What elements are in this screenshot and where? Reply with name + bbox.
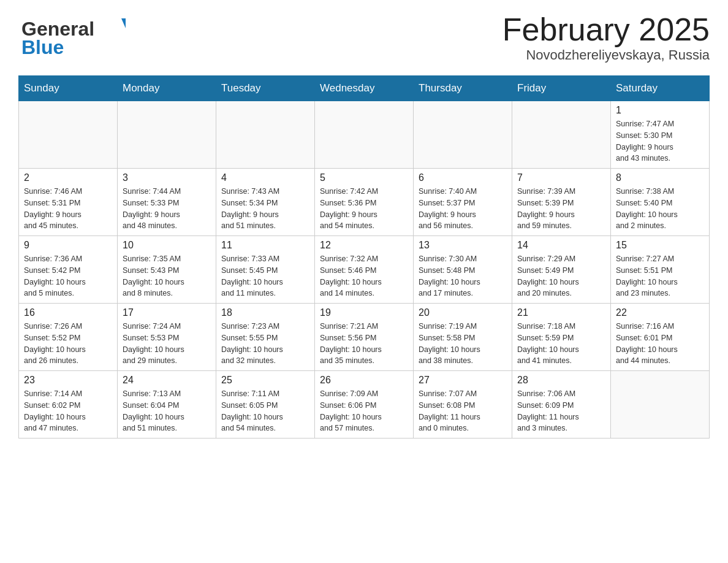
calendar-day-cell — [512, 101, 611, 169]
calendar-day-cell — [315, 101, 414, 169]
day-of-week-header: Thursday — [414, 76, 512, 101]
month-title: February 2025 — [502, 12, 710, 47]
day-number: 18 — [221, 307, 309, 318]
day-of-week-header: Sunday — [19, 76, 118, 101]
calendar-week-row: 23Sunrise: 7:14 AMSunset: 6:02 PMDayligh… — [19, 371, 710, 439]
calendar-day-cell — [19, 101, 118, 169]
day-number: 24 — [123, 375, 211, 386]
calendar-day-cell: 28Sunrise: 7:06 AMSunset: 6:09 PMDayligh… — [512, 371, 611, 439]
calendar-header-row: SundayMondayTuesdayWednesdayThursdayFrid… — [19, 76, 710, 101]
day-info: Sunrise: 7:36 AMSunset: 5:42 PMDaylight:… — [24, 253, 112, 299]
day-info: Sunrise: 7:23 AMSunset: 5:55 PMDaylight:… — [221, 321, 309, 367]
calendar-day-cell — [414, 101, 512, 169]
day-number: 11 — [221, 240, 309, 251]
day-of-week-header: Tuesday — [216, 76, 315, 101]
day-info: Sunrise: 7:11 AMSunset: 6:05 PMDaylight:… — [221, 388, 309, 434]
day-info: Sunrise: 7:18 AMSunset: 5:59 PMDaylight:… — [517, 321, 605, 367]
day-number: 1 — [616, 105, 704, 116]
day-number: 10 — [123, 240, 211, 251]
calendar-day-cell: 23Sunrise: 7:14 AMSunset: 6:02 PMDayligh… — [19, 371, 118, 439]
calendar-day-cell — [611, 371, 710, 439]
day-info: Sunrise: 7:09 AMSunset: 6:06 PMDaylight:… — [320, 388, 408, 434]
day-number: 20 — [419, 307, 507, 318]
calendar-day-cell: 3Sunrise: 7:44 AMSunset: 5:33 PMDaylight… — [118, 169, 216, 236]
svg-marker-1 — [121, 18, 126, 28]
day-number: 9 — [24, 240, 112, 251]
day-info: Sunrise: 7:13 AMSunset: 6:04 PMDaylight:… — [123, 388, 211, 434]
day-info: Sunrise: 7:26 AMSunset: 5:52 PMDaylight:… — [24, 321, 112, 367]
day-number: 17 — [123, 307, 211, 318]
day-of-week-header: Monday — [118, 76, 216, 101]
calendar-day-cell: 12Sunrise: 7:32 AMSunset: 5:46 PMDayligh… — [315, 236, 414, 304]
day-info: Sunrise: 7:16 AMSunset: 6:01 PMDaylight:… — [616, 321, 704, 367]
day-info: Sunrise: 7:06 AMSunset: 6:09 PMDaylight:… — [517, 388, 605, 434]
day-number: 6 — [419, 172, 507, 183]
calendar-day-cell: 13Sunrise: 7:30 AMSunset: 5:48 PMDayligh… — [414, 236, 512, 304]
calendar-day-cell: 6Sunrise: 7:40 AMSunset: 5:37 PMDaylight… — [414, 169, 512, 236]
day-info: Sunrise: 7:27 AMSunset: 5:51 PMDaylight:… — [616, 253, 704, 299]
calendar-week-row: 1Sunrise: 7:47 AMSunset: 5:30 PMDaylight… — [19, 101, 710, 169]
calendar-day-cell: 1Sunrise: 7:47 AMSunset: 5:30 PMDaylight… — [611, 101, 710, 169]
calendar-day-cell: 11Sunrise: 7:33 AMSunset: 5:45 PMDayligh… — [216, 236, 315, 304]
day-info: Sunrise: 7:29 AMSunset: 5:49 PMDaylight:… — [517, 253, 605, 299]
day-info: Sunrise: 7:07 AMSunset: 6:08 PMDaylight:… — [419, 388, 507, 434]
day-info: Sunrise: 7:43 AMSunset: 5:34 PMDaylight:… — [221, 186, 309, 232]
day-number: 15 — [616, 240, 704, 251]
calendar-day-cell: 21Sunrise: 7:18 AMSunset: 5:59 PMDayligh… — [512, 304, 611, 371]
day-number: 7 — [517, 172, 605, 183]
day-info: Sunrise: 7:32 AMSunset: 5:46 PMDaylight:… — [320, 253, 408, 299]
day-number: 4 — [221, 172, 309, 183]
calendar-day-cell: 15Sunrise: 7:27 AMSunset: 5:51 PMDayligh… — [611, 236, 710, 304]
day-info: Sunrise: 7:30 AMSunset: 5:48 PMDaylight:… — [419, 253, 507, 299]
calendar-day-cell: 14Sunrise: 7:29 AMSunset: 5:49 PMDayligh… — [512, 236, 611, 304]
day-info: Sunrise: 7:47 AMSunset: 5:30 PMDaylight:… — [616, 118, 704, 164]
day-of-week-header: Friday — [512, 76, 611, 101]
day-of-week-header: Wednesday — [315, 76, 414, 101]
calendar-day-cell: 16Sunrise: 7:26 AMSunset: 5:52 PMDayligh… — [19, 304, 118, 371]
day-number: 27 — [419, 375, 507, 386]
calendar-day-cell: 5Sunrise: 7:42 AMSunset: 5:36 PMDaylight… — [315, 169, 414, 236]
day-info: Sunrise: 7:46 AMSunset: 5:31 PMDaylight:… — [24, 186, 112, 232]
logo: General Blue — [18, 12, 126, 58]
day-number: 3 — [123, 172, 211, 183]
calendar-week-row: 2Sunrise: 7:46 AMSunset: 5:31 PMDaylight… — [19, 169, 710, 236]
calendar-day-cell: 7Sunrise: 7:39 AMSunset: 5:39 PMDaylight… — [512, 169, 611, 236]
day-info: Sunrise: 7:21 AMSunset: 5:56 PMDaylight:… — [320, 321, 408, 367]
calendar-day-cell — [216, 101, 315, 169]
calendar-day-cell: 25Sunrise: 7:11 AMSunset: 6:05 PMDayligh… — [216, 371, 315, 439]
day-info: Sunrise: 7:19 AMSunset: 5:58 PMDaylight:… — [419, 321, 507, 367]
calendar-day-cell: 22Sunrise: 7:16 AMSunset: 6:01 PMDayligh… — [611, 304, 710, 371]
calendar-day-cell: 19Sunrise: 7:21 AMSunset: 5:56 PMDayligh… — [315, 304, 414, 371]
day-number: 14 — [517, 240, 605, 251]
day-number: 16 — [24, 307, 112, 318]
day-number: 25 — [221, 375, 309, 386]
calendar-week-row: 9Sunrise: 7:36 AMSunset: 5:42 PMDaylight… — [19, 236, 710, 304]
day-number: 26 — [320, 375, 408, 386]
day-number: 12 — [320, 240, 408, 251]
calendar-day-cell: 27Sunrise: 7:07 AMSunset: 6:08 PMDayligh… — [414, 371, 512, 439]
day-info: Sunrise: 7:42 AMSunset: 5:36 PMDaylight:… — [320, 186, 408, 232]
calendar-day-cell: 18Sunrise: 7:23 AMSunset: 5:55 PMDayligh… — [216, 304, 315, 371]
day-of-week-header: Saturday — [611, 76, 710, 101]
day-number: 23 — [24, 375, 112, 386]
page-header: General Blue February 2025 Novodzhereliy… — [18, 12, 710, 63]
day-info: Sunrise: 7:39 AMSunset: 5:39 PMDaylight:… — [517, 186, 605, 232]
day-number: 8 — [616, 172, 704, 183]
calendar-day-cell: 8Sunrise: 7:38 AMSunset: 5:40 PMDaylight… — [611, 169, 710, 236]
day-info: Sunrise: 7:40 AMSunset: 5:37 PMDaylight:… — [419, 186, 507, 232]
day-number: 22 — [616, 307, 704, 318]
calendar-day-cell: 20Sunrise: 7:19 AMSunset: 5:58 PMDayligh… — [414, 304, 512, 371]
day-info: Sunrise: 7:35 AMSunset: 5:43 PMDaylight:… — [123, 253, 211, 299]
logo-svg: General Blue — [18, 12, 126, 58]
location: Novodzhereliyevskaya, Russia — [502, 47, 710, 63]
calendar-week-row: 16Sunrise: 7:26 AMSunset: 5:52 PMDayligh… — [19, 304, 710, 371]
calendar-day-cell: 9Sunrise: 7:36 AMSunset: 5:42 PMDaylight… — [19, 236, 118, 304]
calendar-day-cell: 17Sunrise: 7:24 AMSunset: 5:53 PMDayligh… — [118, 304, 216, 371]
calendar-table: SundayMondayTuesdayWednesdayThursdayFrid… — [18, 75, 710, 439]
day-info: Sunrise: 7:44 AMSunset: 5:33 PMDaylight:… — [123, 186, 211, 232]
day-info: Sunrise: 7:33 AMSunset: 5:45 PMDaylight:… — [221, 253, 309, 299]
calendar-day-cell: 24Sunrise: 7:13 AMSunset: 6:04 PMDayligh… — [118, 371, 216, 439]
day-number: 5 — [320, 172, 408, 183]
calendar-day-cell: 26Sunrise: 7:09 AMSunset: 6:06 PMDayligh… — [315, 371, 414, 439]
calendar-day-cell: 4Sunrise: 7:43 AMSunset: 5:34 PMDaylight… — [216, 169, 315, 236]
